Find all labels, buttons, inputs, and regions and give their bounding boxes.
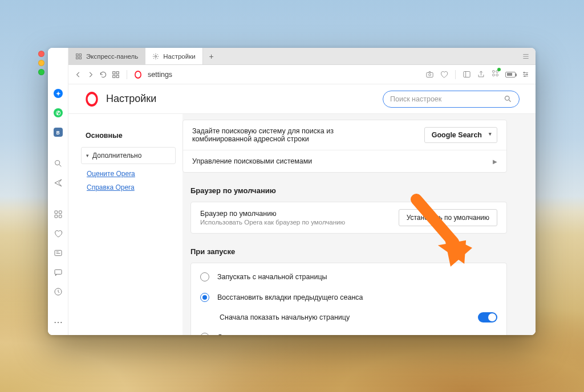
search-icon[interactable] xyxy=(53,159,63,168)
startup-option-start-page[interactable]: Запускать с начальной страницы xyxy=(191,267,506,287)
svg-rect-6 xyxy=(55,270,62,274)
battery-icon[interactable] xyxy=(505,72,516,77)
manage-search-engines-row[interactable]: Управление поисковыми системами ▶ xyxy=(183,150,506,172)
svg-rect-19 xyxy=(464,72,470,77)
news-icon[interactable] xyxy=(53,248,63,258)
svg-point-21 xyxy=(496,71,498,73)
svg-rect-5 xyxy=(55,250,62,255)
whatsapp-icon[interactable]: ✆ xyxy=(53,108,63,117)
toggle-on[interactable] xyxy=(478,312,497,322)
svg-rect-2 xyxy=(59,211,62,214)
svg-point-24 xyxy=(524,72,525,73)
minimize-window-button[interactable] xyxy=(38,60,44,66)
svg-rect-15 xyxy=(113,75,115,77)
svg-rect-1 xyxy=(55,211,58,214)
url-text[interactable]: settings xyxy=(148,71,172,79)
new-tab-button[interactable]: + xyxy=(203,48,220,64)
svg-point-18 xyxy=(429,74,431,76)
search-engine-select[interactable]: Google Search xyxy=(424,127,497,143)
settings-sidebar: Основные Дополнительно Оцените Opera Спр… xyxy=(68,114,182,335)
window-traffic-lights xyxy=(38,51,44,75)
svg-point-23 xyxy=(496,74,498,76)
search-engine-row[interactable]: Задайте поисковую систему для поиска из … xyxy=(183,120,506,150)
svg-rect-4 xyxy=(59,215,62,218)
svg-point-20 xyxy=(493,71,495,73)
svg-point-22 xyxy=(493,74,495,76)
radio-icon xyxy=(200,272,209,281)
sidebar-item-basic[interactable]: Основные xyxy=(81,128,176,144)
startup-option-restore-tabs[interactable]: Восстановить вкладки предыдущего сеанса xyxy=(191,287,506,308)
svg-point-0 xyxy=(55,161,59,165)
speed-dial-shortcut-icon[interactable] xyxy=(112,71,120,79)
settings-header: Настройки xyxy=(68,84,536,114)
default-browser-row: Браузер по умолчанию Использовать Opera … xyxy=(191,202,506,233)
svg-rect-16 xyxy=(116,75,119,77)
set-default-browser-button[interactable]: Установить по умолчанию xyxy=(399,209,497,226)
default-browser-card: Браузер по умолчанию Использовать Opera … xyxy=(190,202,507,234)
reload-button[interactable] xyxy=(99,71,107,79)
tab-label: Настройки xyxy=(163,53,195,60)
startup-card: Запускать с начальной страницы Восстанов… xyxy=(190,263,507,335)
link-rate-opera[interactable]: Оцените Opera xyxy=(87,170,176,178)
chevron-right-icon: ▶ xyxy=(493,158,497,165)
tab-speed-dial[interactable]: Экспресс-панель xyxy=(68,48,145,64)
close-window-button[interactable] xyxy=(38,51,44,57)
svg-rect-14 xyxy=(116,71,119,74)
browser-window: ✦ ✆ в ⋯ Экспресс-панель xyxy=(48,48,536,335)
radio-icon xyxy=(200,333,209,335)
more-icon[interactable]: ⋯ xyxy=(53,317,63,327)
svg-rect-10 xyxy=(76,57,79,59)
messenger-icon[interactable]: ✦ xyxy=(53,89,63,98)
opera-logo-icon xyxy=(135,71,141,79)
snapshot-icon[interactable] xyxy=(425,70,434,79)
svg-point-27 xyxy=(505,96,510,101)
maximize-window-button[interactable] xyxy=(38,69,44,75)
svg-rect-13 xyxy=(113,71,115,74)
history-icon[interactable] xyxy=(53,287,63,296)
svg-point-26 xyxy=(524,76,525,77)
opera-logo-icon xyxy=(86,92,98,107)
svg-point-12 xyxy=(155,55,157,57)
gear-icon xyxy=(152,53,159,60)
settings-search[interactable] xyxy=(383,91,520,108)
svg-rect-3 xyxy=(55,215,58,218)
opera-sidebar: ✦ ✆ в ⋯ xyxy=(48,48,68,335)
chat-icon[interactable] xyxy=(53,268,63,277)
svg-rect-9 xyxy=(79,54,82,56)
forward-button[interactable] xyxy=(87,71,95,79)
search-engine-card: Задайте поисковую систему для поиска из … xyxy=(182,120,507,173)
page-title: Настройки xyxy=(106,93,156,105)
tab-menu-icon[interactable] xyxy=(522,52,530,60)
section-startup: При запуске xyxy=(190,247,507,256)
section-default-browser: Браузер по умолчанию xyxy=(190,186,507,195)
svg-rect-11 xyxy=(79,57,82,59)
radio-icon xyxy=(200,293,209,302)
share-icon[interactable] xyxy=(477,70,485,79)
svg-rect-17 xyxy=(427,72,433,77)
sidebar-toggle-icon[interactable] xyxy=(463,70,471,79)
settings-search-input[interactable] xyxy=(390,95,504,103)
search-icon xyxy=(504,95,512,103)
sidebar-item-advanced[interactable]: Дополнительно xyxy=(81,147,176,164)
link-help-opera[interactable]: Справка Opera xyxy=(87,183,176,191)
heart-icon[interactable] xyxy=(53,229,63,238)
tab-settings[interactable]: Настройки xyxy=(145,48,202,64)
svg-point-25 xyxy=(526,74,528,75)
tab-strip: Экспресс-панель Настройки + xyxy=(68,48,536,65)
easy-setup-icon[interactable] xyxy=(521,70,530,79)
startup-show-start-first[interactable]: Сначала показать начальную страницу xyxy=(220,308,506,327)
startup-option-specific-pages[interactable]: Открыть определенную страницу или нескол… xyxy=(191,327,506,335)
svg-rect-8 xyxy=(76,54,79,56)
address-bar: settings xyxy=(68,65,536,84)
tab-label: Экспресс-панель xyxy=(86,53,138,60)
extensions-icon[interactable] xyxy=(491,69,500,80)
send-icon[interactable] xyxy=(53,178,63,187)
vk-icon[interactable]: в xyxy=(53,128,63,137)
heart-icon[interactable] xyxy=(440,70,448,79)
back-button[interactable] xyxy=(74,71,82,79)
speed-dial-icon[interactable] xyxy=(53,210,63,219)
settings-content: Задайте поисковую систему для поиска из … xyxy=(182,114,536,335)
